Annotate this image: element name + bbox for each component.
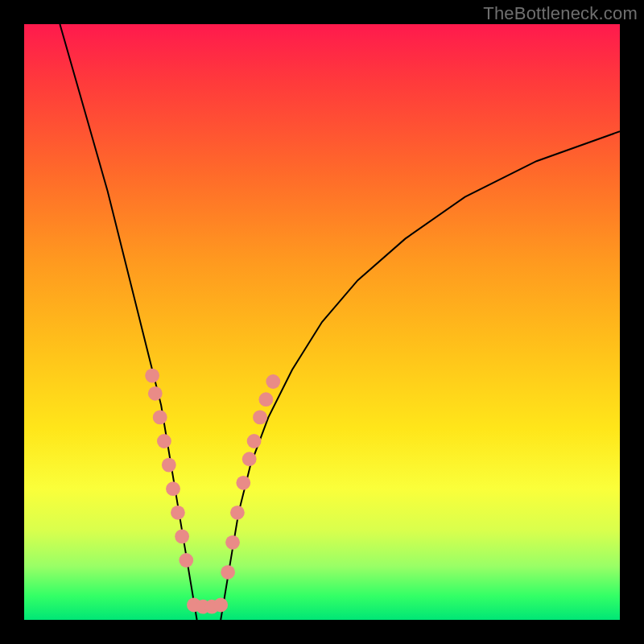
marker-point <box>236 476 250 490</box>
marker-point <box>179 553 193 568</box>
marker-point <box>213 598 228 613</box>
marker-point <box>253 411 267 425</box>
marker-point <box>171 506 185 520</box>
watermark-text: TheBottleneck.com <box>483 3 638 24</box>
marker-point <box>153 411 167 425</box>
series-right-curve <box>221 131 620 620</box>
marker-point <box>221 565 235 580</box>
marker-point <box>259 392 274 407</box>
marker-point <box>266 374 280 389</box>
marker-point <box>145 369 159 383</box>
marker-point <box>225 535 240 550</box>
marker-point <box>148 386 163 401</box>
chart-curves <box>60 24 620 620</box>
marker-point <box>166 481 180 496</box>
chart-plot-area <box>24 24 620 620</box>
marker-point <box>157 434 171 448</box>
marker-point <box>175 530 189 544</box>
series-left-curve <box>60 24 196 620</box>
chart-markers <box>145 369 280 614</box>
marker-point <box>247 434 262 448</box>
marker-point <box>230 506 245 520</box>
marker-point <box>242 452 257 466</box>
chart-svg <box>24 24 620 620</box>
marker-point <box>162 458 176 473</box>
